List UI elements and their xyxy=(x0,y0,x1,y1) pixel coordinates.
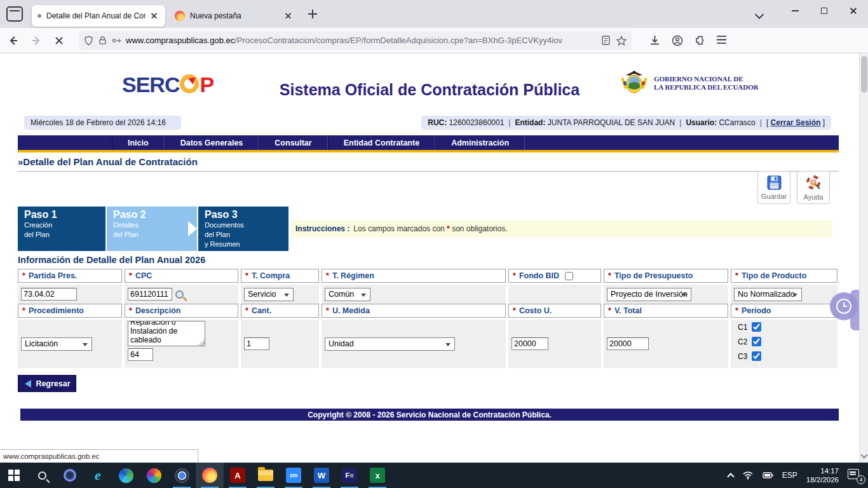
clock-icon xyxy=(836,299,851,314)
permissions-icon[interactable] xyxy=(112,36,122,45)
logout-link[interactable]: Cerrar Sesión xyxy=(771,118,821,127)
step-arrow-icon xyxy=(188,221,205,236)
tray-expand-icon[interactable] xyxy=(727,473,734,480)
periodo-c3-checkbox[interactable] xyxy=(752,351,761,361)
costou-input[interactable] xyxy=(512,337,548,350)
url-field[interactable]: www.compraspublicas.gob.ec/ProcesoContra… xyxy=(79,31,632,50)
downloads-icon[interactable] xyxy=(649,35,660,46)
cant-input[interactable] xyxy=(244,337,269,350)
chrome-profile-icon[interactable] xyxy=(168,463,196,488)
nav-administracion[interactable]: Administración xyxy=(435,135,525,150)
cortana-icon[interactable] xyxy=(56,463,84,488)
new-tab-button[interactable] xyxy=(304,6,321,22)
step-2-active: Paso 2 Detalles del Plan xyxy=(107,207,197,251)
app-f-icon[interactable]: F≡ xyxy=(336,463,363,488)
shield-icon[interactable] xyxy=(84,36,93,46)
scrollbar-thumb[interactable] xyxy=(861,56,867,93)
procedimiento-select[interactable]: Licitación xyxy=(21,337,92,351)
cell-umedida: Unidad xyxy=(322,320,506,368)
header-vtotal: *V. Total xyxy=(604,304,728,318)
back-button[interactable] xyxy=(4,31,23,50)
photos-icon[interactable] xyxy=(140,463,168,488)
session-info-banner: RUC: 1260023860001 | Entidad: JUNTA PARR… xyxy=(421,116,831,130)
periodo-c2-checkbox[interactable] xyxy=(752,337,761,346)
step-1: Paso 1 Creación del Plan xyxy=(18,207,105,251)
tab-close-icon[interactable] xyxy=(283,11,294,21)
internet-explorer-icon[interactable]: e xyxy=(84,463,112,488)
header-tcompra: *T. Compra xyxy=(241,269,319,283)
word-icon[interactable]: W xyxy=(308,463,336,488)
cpc-search-icon[interactable] xyxy=(175,290,184,299)
cell-tipo-presupuesto: Proyecto de Inversión xyxy=(604,285,728,304)
ruc-value: 1260023860001 xyxy=(449,118,505,127)
fondo-bid-checkbox[interactable] xyxy=(565,272,573,280)
tab-detalle-plan[interactable]: Detalle del Plan Anual de Contr xyxy=(32,5,165,27)
account-icon[interactable] xyxy=(672,35,683,46)
cell-partida xyxy=(18,285,122,304)
nav-datos-generales[interactable]: Datos Generales xyxy=(165,135,259,150)
cpc-input[interactable] xyxy=(128,288,172,301)
save-button[interactable]: Guardar xyxy=(757,171,790,204)
tab-nueva-pestana[interactable]: Nueva pestaña xyxy=(169,5,299,27)
tab-favicon xyxy=(37,14,41,18)
menu-icon[interactable] xyxy=(716,35,727,44)
header-tipo-presupuesto: *Tipo de Presupuesto xyxy=(604,269,728,283)
excel-icon[interactable]: x xyxy=(363,463,391,488)
taskbar-clock[interactable]: 14:17 18/2/2026 xyxy=(806,466,839,484)
stop-reload-button[interactable] xyxy=(50,31,69,50)
cell-procedimiento: Licitación xyxy=(18,320,122,368)
acrobat-icon[interactable]: A xyxy=(224,463,252,488)
periodo-c1-checkbox[interactable] xyxy=(752,322,761,332)
periodo-c3: C3 xyxy=(734,351,761,361)
battery-icon[interactable] xyxy=(763,471,773,479)
usuario-label: Usuario: xyxy=(686,118,717,127)
descripcion-codigo-input[interactable] xyxy=(128,348,153,361)
tipo-producto-select[interactable]: No Normalizado xyxy=(734,288,802,301)
descripcion-textarea[interactable]: Reparación o Instalación de cableado Est… xyxy=(128,321,205,346)
vtotal-input[interactable] xyxy=(607,337,649,350)
nav-inicio[interactable]: Inicio xyxy=(112,135,165,150)
nav-entidad-contratante[interactable]: Entidad Contratante xyxy=(328,135,435,150)
forward-button[interactable] xyxy=(27,31,46,50)
back-regresar-button[interactable]: Regresar xyxy=(18,375,76,392)
floating-clock-widget[interactable] xyxy=(830,292,858,320)
periodo-c1: C1 xyxy=(734,322,761,332)
window-maximize-button[interactable] xyxy=(810,0,839,22)
scrollbar-down-arrow[interactable] xyxy=(860,451,867,458)
tcompra-select[interactable]: Servicio xyxy=(244,288,294,301)
header-tregimen: *T. Régimen xyxy=(322,269,506,283)
window-minimize-button[interactable] xyxy=(780,0,810,22)
window-close-button[interactable] xyxy=(839,0,868,22)
file-explorer-icon[interactable] xyxy=(252,463,280,488)
notification-badge: 4 xyxy=(857,475,865,484)
nav-consultar[interactable]: Consultar xyxy=(259,135,327,150)
lock-icon[interactable] xyxy=(98,36,107,45)
zoom-icon[interactable]: zm xyxy=(280,463,308,488)
language-indicator[interactable]: ESP xyxy=(782,471,797,480)
start-button[interactable] xyxy=(0,463,28,488)
action-center-icon[interactable]: 4 xyxy=(848,469,862,482)
bookmark-star-icon[interactable] xyxy=(616,36,627,46)
edge-icon[interactable] xyxy=(112,463,140,488)
umedida-select[interactable]: Unidad xyxy=(325,337,455,351)
reader-view-icon[interactable] xyxy=(602,36,610,45)
tipo-presupuesto-select[interactable]: Proyecto de Inversión xyxy=(607,288,691,301)
extensions-icon[interactable] xyxy=(695,35,705,46)
tregimen-select[interactable]: Común xyxy=(325,288,370,301)
browser-tab-bar: Detalle del Plan Anual de Contr Nueva pe… xyxy=(0,0,868,28)
section-title: Información de Detalle del Plan Anual 20… xyxy=(18,255,205,265)
partida-input[interactable] xyxy=(21,288,77,301)
cell-periodo: C1 C2 C3 xyxy=(731,320,837,368)
wifi-icon[interactable] xyxy=(742,471,754,480)
taskbar-search-icon[interactable] xyxy=(28,463,56,488)
cell-tcompra: Servicio xyxy=(241,285,319,304)
page-scrollbar[interactable] xyxy=(859,54,868,463)
header-cant: *Cant. xyxy=(241,304,319,318)
firefox-view-icon[interactable] xyxy=(6,6,23,22)
help-button[interactable]: Ayuda xyxy=(797,171,830,204)
firefox-taskbar-icon[interactable] xyxy=(196,463,224,488)
list-tabs-icon[interactable] xyxy=(754,8,765,20)
header-periodo: *Período xyxy=(731,304,837,318)
tab-close-icon[interactable] xyxy=(149,11,159,21)
cell-cant xyxy=(241,320,319,368)
